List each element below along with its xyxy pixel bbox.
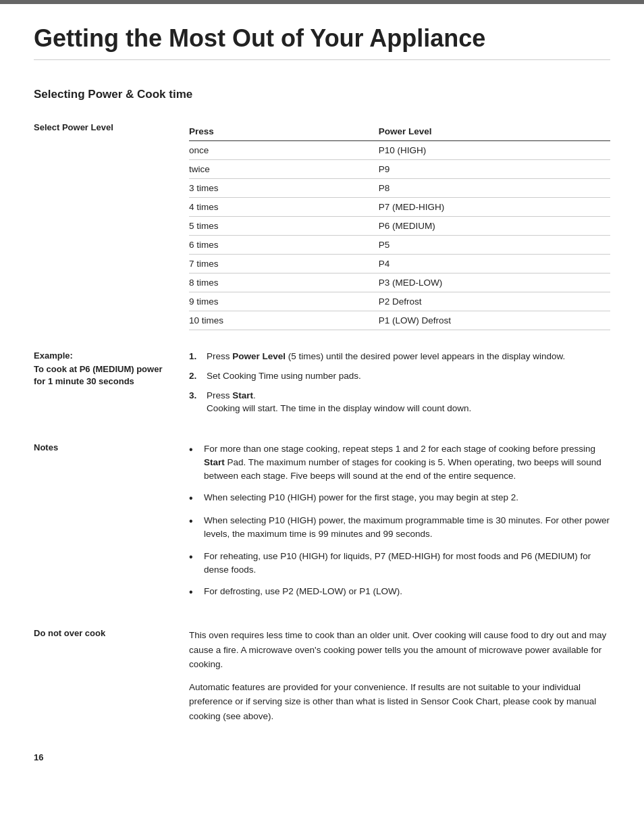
press-cell: 10 times [189, 311, 379, 330]
bullet-icon: • [189, 443, 198, 457]
table-row: 10 timesP1 (LOW) Defrost [189, 311, 610, 330]
table-row: onceP10 (HIGH) [189, 141, 610, 160]
donot-label: Do not over cook [34, 628, 176, 638]
level-cell: P4 [379, 255, 610, 273]
level-cell: P5 [379, 236, 610, 255]
donot-text: This oven requires less time to cook tha… [189, 628, 610, 724]
press-cell: 9 times [189, 292, 379, 311]
note-text: For more than one stage cooking, repeat … [204, 442, 610, 484]
note-text: When selecting P10 (HIGH) power for the … [204, 491, 518, 504]
step-text: Press Power Level (5 times) until the de… [207, 350, 565, 363]
level-cell: P8 [379, 179, 610, 198]
level-cell: P1 (LOW) Defrost [379, 311, 610, 330]
bullet-icon: • [189, 515, 198, 529]
section-title: Selecting Power & Cook time [34, 87, 610, 102]
bullet-icon: • [189, 492, 198, 506]
table-row: 6 timesP5 [189, 236, 610, 255]
example-label: Example: [34, 350, 176, 361]
press-cell: 4 times [189, 198, 379, 217]
page-number: 16 [34, 752, 610, 762]
press-cell: 5 times [189, 217, 379, 236]
steps-list: 1.Press Power Level (5 times) until the … [189, 350, 610, 415]
note-text: When selecting P10 (HIGH) power, the max… [204, 514, 610, 542]
note-text: For reheating, use P10 (HIGH) for liquid… [204, 550, 610, 577]
press-cell: twice [189, 160, 379, 179]
notes-list: •For more than one stage cooking, repeat… [189, 442, 610, 600]
notes-label: Notes [34, 442, 176, 452]
table-row: 3 timesP8 [189, 179, 610, 198]
example-detail: To cook at P6 (MEDIUM) power for 1 minut… [34, 363, 176, 388]
step-number: 1. [189, 350, 201, 363]
bullet-icon: • [189, 585, 198, 600]
level-cell: P10 (HIGH) [379, 141, 610, 160]
press-cell: once [189, 141, 379, 160]
note-text: For defrosting, use P2 (MED-LOW) or P1 (… [204, 585, 402, 598]
level-cell: P9 [379, 160, 610, 179]
table-row: 8 timesP3 (MED-LOW) [189, 273, 610, 292]
donot-paragraph: This oven requires less time to cook tha… [189, 628, 610, 672]
level-cell: P6 (MEDIUM) [379, 217, 610, 236]
level-cell: P3 (MED-LOW) [379, 273, 610, 292]
step-text: Set Cooking Time using number pads. [207, 370, 361, 383]
select-power-label: Select Power Level [34, 122, 176, 132]
table-row: 5 timesP6 (MEDIUM) [189, 217, 610, 236]
level-cell: P2 Defrost [379, 292, 610, 311]
note-item: •When selecting P10 (HIGH) power for the… [189, 491, 610, 506]
note-item: •For defrosting, use P2 (MED-LOW) or P1 … [189, 585, 610, 600]
note-item: •For more than one stage cooking, repeat… [189, 442, 610, 484]
level-cell: P7 (MED-HIGH) [379, 198, 610, 217]
press-cell: 6 times [189, 236, 379, 255]
note-item: •For reheating, use P10 (HIGH) for liqui… [189, 550, 610, 577]
bullet-icon: • [189, 550, 198, 565]
press-cell: 8 times [189, 273, 379, 292]
table-row: 4 timesP7 (MED-HIGH) [189, 198, 610, 217]
page-title: Getting the Most Out of Your Appliance [34, 24, 610, 60]
note-item: •When selecting P10 (HIGH) power, the ma… [189, 514, 610, 542]
step-number: 3. [189, 390, 201, 415]
table-row: twiceP9 [189, 160, 610, 179]
power-level-col-header: Power Level [379, 122, 610, 141]
press-col-header: Press [189, 122, 379, 141]
donot-paragraph: Automatic features are provided for your… [189, 680, 610, 724]
step-number: 2. [189, 370, 201, 383]
press-cell: 3 times [189, 179, 379, 198]
step-text: Press Start.Cooking will start. The time… [207, 390, 471, 415]
step-item: 1.Press Power Level (5 times) until the … [189, 350, 610, 363]
power-table: Press Power Level onceP10 (HIGH)twiceP93… [189, 122, 610, 330]
table-row: 7 timesP4 [189, 255, 610, 273]
step-item: 3.Press Start.Cooking will start. The ti… [189, 390, 610, 415]
step-item: 2.Set Cooking Time using number pads. [189, 370, 610, 383]
press-cell: 7 times [189, 255, 379, 273]
table-row: 9 timesP2 Defrost [189, 292, 610, 311]
